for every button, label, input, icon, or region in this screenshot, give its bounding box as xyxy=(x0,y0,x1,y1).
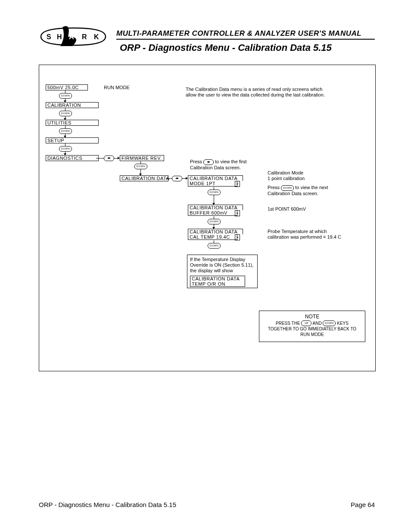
down-key-icon: DOWN xyxy=(208,190,221,195)
header-rule xyxy=(116,39,375,40)
footer-left: ORP - Diagnostics Menu - Calibration Dat… xyxy=(39,501,176,508)
note-title: NOTE xyxy=(264,314,361,320)
svg-text:S: S xyxy=(47,33,51,40)
page-header: S H A R K MULTI-PARAMETER CONTROLLER & A… xyxy=(0,0,411,56)
down-key-icon: DOWN xyxy=(59,111,72,116)
screen-mode-title: CALIBRATION DATA xyxy=(188,175,243,181)
note-line2: TOGETHER TO GO IMMEDIATELY BACK TO xyxy=(264,326,361,332)
menu-diagnostics: DIAGNOSTICS xyxy=(46,155,99,161)
svg-text:H: H xyxy=(57,33,62,40)
note-line3: RUN MODE xyxy=(264,332,361,337)
svg-text:R: R xyxy=(82,33,87,40)
firmware-rev: FIRMWARE REV. xyxy=(120,155,164,161)
hint-rest2: Calibration Data screen. xyxy=(190,165,241,170)
menu-calibration: CALIBRATION xyxy=(46,102,99,108)
footer-right: Page 64 xyxy=(351,501,375,508)
override-note: If the Temperature Display Override is O… xyxy=(187,255,258,288)
screen-tempor-title: CALIBRATION DATA xyxy=(190,276,245,281)
screen-buffer-title: CALIBRATION DATA xyxy=(188,205,243,210)
diagram: The Calibration Data menu is a series of… xyxy=(39,65,376,371)
svg-text:A: A xyxy=(69,33,74,40)
screen-tempor-value: TEMP O/R ON xyxy=(190,281,245,287)
screen-caltemp-title: CALIBRATION DATA xyxy=(188,229,243,234)
press-right-hint: Press ◂▸ to view the first Calibration D… xyxy=(190,159,247,170)
down-key-icon: DOWN xyxy=(59,128,72,134)
page: S H A R K MULTI-PARAMETER CONTROLLER & A… xyxy=(0,0,411,532)
note-box: NOTE PRESS THE UP AND DOWN KEYS TOGETHER… xyxy=(259,311,365,342)
down-key-icon: DOWN xyxy=(208,243,221,249)
hint-rest: to view the first xyxy=(215,159,246,164)
desc-caltemp: Probe Temperature at which calibration w… xyxy=(268,229,345,240)
note-line1: PRESS THE UP AND DOWN KEYS xyxy=(264,320,361,327)
right-indicator-icon: > xyxy=(235,234,240,240)
down-key-icon: DOWN xyxy=(134,164,147,169)
right-indicator-icon: > xyxy=(235,210,240,216)
screen-caltemp-value: CAL TEMP 19.4C xyxy=(188,234,237,240)
right-key-icon: ◂▸ xyxy=(104,156,114,161)
right-key-icon: ◂▸ xyxy=(203,159,214,165)
down-key-icon: DOWN xyxy=(281,185,294,191)
intro-text: The Calibration Data menu is a series of… xyxy=(186,87,328,97)
hint-press: Press xyxy=(190,159,202,164)
right-key-icon: ◂▸ xyxy=(172,176,182,181)
menu-utilities: UTILITIES xyxy=(46,120,99,126)
header-supertitle: MULTI-PARAMETER CONTROLLER & ANALYZER US… xyxy=(116,29,361,38)
menu-setup: SETUP xyxy=(46,137,99,143)
down-key-icon: DOWN xyxy=(59,146,72,152)
shark-logo: S H A R K xyxy=(39,24,103,47)
desc-buffer: 1st POINT 600mV xyxy=(268,206,306,212)
up-key-icon: UP xyxy=(301,320,311,326)
override-note-text: If the Temperature Display Override is O… xyxy=(190,257,255,274)
desc-mode-press: Press DOWN to view the next Calibration … xyxy=(268,185,328,196)
desc-mode: Calibration Mode 1 point calibration xyxy=(268,170,305,181)
svg-text:K: K xyxy=(94,33,99,40)
down-key-icon: DOWN xyxy=(208,219,221,224)
down-key-icon: DOWN xyxy=(323,320,336,326)
right-indicator-icon: > xyxy=(235,181,240,187)
calibration-data: CALIBRATION DATA xyxy=(120,175,168,181)
run-mode-label: RUN MODE xyxy=(104,85,130,90)
down-key-icon: DOWN xyxy=(59,93,72,99)
run-display: 500mV 25.0C xyxy=(46,84,88,90)
header-title: ORP - Diagnostics Menu - Calibration Dat… xyxy=(120,42,332,53)
screen-mode-value: MODE 1PT xyxy=(188,181,237,187)
screen-buffer-value: BUFFER 600mV xyxy=(188,210,237,216)
